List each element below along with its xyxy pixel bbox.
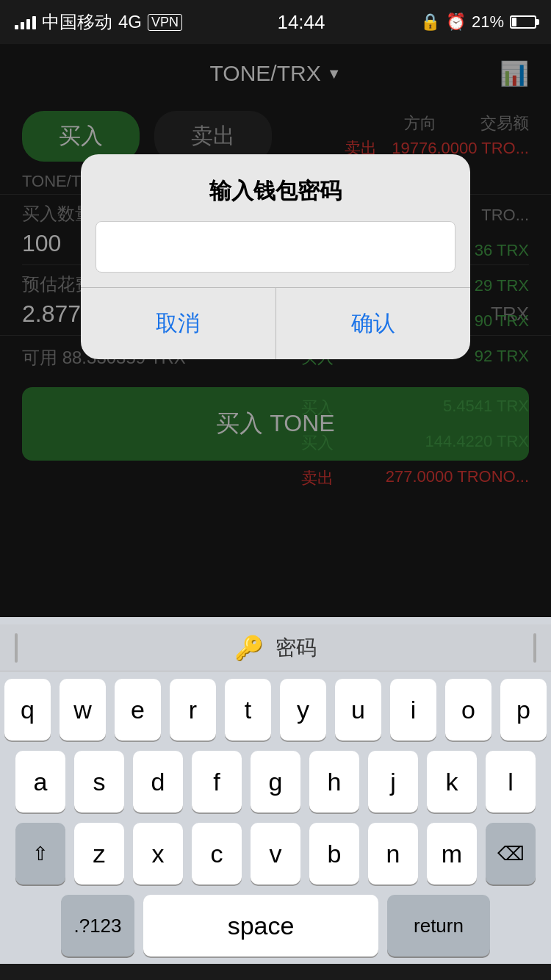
confirm-button[interactable]: 确认 xyxy=(276,288,471,359)
alarm-icon: ⏰ xyxy=(446,12,466,32)
key-f[interactable]: f xyxy=(192,751,242,813)
lock-icon: 🔒 xyxy=(420,12,440,32)
trading-area: TONE/TRX ▼ 📊 买入 卖出 方向 交易额 卖出 19776.0000 … xyxy=(0,44,551,617)
key-l[interactable]: l xyxy=(486,751,536,813)
key-t[interactable]: t xyxy=(225,679,271,741)
battery-icon xyxy=(510,15,536,29)
key-n[interactable]: n xyxy=(368,823,418,884)
key-u[interactable]: u xyxy=(335,679,381,741)
keyboard-row-4: .?123 space return xyxy=(4,895,547,956)
status-left: 中国移动 4G VPN xyxy=(15,10,182,34)
key-k[interactable]: k xyxy=(427,751,477,813)
key-d[interactable]: d xyxy=(133,751,183,813)
key-h[interactable]: h xyxy=(309,751,359,813)
key-v[interactable]: v xyxy=(251,823,300,884)
key-a[interactable]: a xyxy=(15,751,65,813)
dialog-title: 输入钱包密码 xyxy=(81,154,470,221)
status-bar: 中国移动 4G VPN 14:44 🔒 ⏰ 21% xyxy=(0,0,551,44)
key-b[interactable]: b xyxy=(309,823,359,884)
key-i[interactable]: i xyxy=(390,679,436,741)
vpn-label: VPN xyxy=(148,14,182,31)
key-s[interactable]: s xyxy=(74,751,124,813)
key-j[interactable]: j xyxy=(368,751,418,813)
dialog-overlay: 输入钱包密码 取消 确认 xyxy=(0,44,551,617)
key-w[interactable]: w xyxy=(60,679,106,741)
keyboard-row-2: a s d f g h j k l xyxy=(4,751,547,813)
key-e[interactable]: e xyxy=(115,679,161,741)
key-z[interactable]: z xyxy=(74,823,124,884)
keyboard-rows: q w e r t y u i o p a s d f g h j k l ⇧ … xyxy=(0,671,551,964)
status-right: 🔒 ⏰ 21% xyxy=(420,12,536,32)
space-key[interactable]: space xyxy=(143,895,378,956)
keyboard-area: 🔑 密码 q w e r t y u i o p a s d f g h j k… xyxy=(0,617,551,964)
battery-percent: 21% xyxy=(472,12,504,32)
wallet-password-dialog: 输入钱包密码 取消 确认 xyxy=(81,154,470,359)
password-input[interactable] xyxy=(107,235,444,259)
toolbar-right-handle xyxy=(533,633,536,663)
key-r[interactable]: r xyxy=(170,679,216,741)
key-c[interactable]: c xyxy=(192,823,242,884)
key-m[interactable]: m xyxy=(427,823,477,884)
key-g[interactable]: g xyxy=(251,751,300,813)
keyboard-row-1: q w e r t y u i o p xyxy=(4,679,547,741)
toolbar-password-label: 密码 xyxy=(276,634,317,662)
key-y[interactable]: y xyxy=(280,679,326,741)
keyboard-row-3: ⇧ z x c v b n m ⌫ xyxy=(4,823,547,884)
signal-icon xyxy=(15,15,36,29)
toolbar-left-handle xyxy=(15,633,18,663)
shift-key[interactable]: ⇧ xyxy=(15,823,65,884)
return-key[interactable]: return xyxy=(387,895,490,956)
key-q[interactable]: q xyxy=(4,679,51,741)
key-x[interactable]: x xyxy=(133,823,183,884)
status-time: 14:44 xyxy=(277,11,325,34)
network-label: 4G xyxy=(118,12,142,32)
password-input-wrap[interactable] xyxy=(96,221,455,273)
carrier-label: 中国移动 xyxy=(42,10,112,34)
keyboard-toolbar: 🔑 密码 xyxy=(0,624,551,671)
cancel-button[interactable]: 取消 xyxy=(81,288,276,359)
backspace-key[interactable]: ⌫ xyxy=(486,823,536,884)
key-p[interactable]: p xyxy=(500,679,547,741)
dialog-actions: 取消 确认 xyxy=(81,287,470,359)
key-icon: 🔑 xyxy=(234,634,264,662)
numbers-key[interactable]: .?123 xyxy=(61,895,134,956)
key-o[interactable]: o xyxy=(445,679,491,741)
